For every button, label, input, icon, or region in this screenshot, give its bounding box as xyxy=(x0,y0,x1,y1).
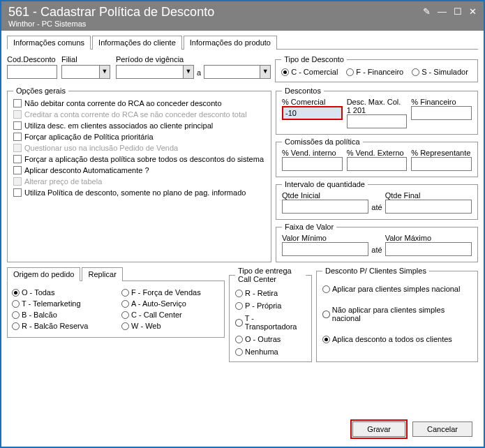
radio-s-simulador[interactable] xyxy=(412,68,419,76)
filial-label: Filial xyxy=(61,55,112,64)
maximize-icon[interactable]: ☐ xyxy=(454,6,462,17)
chk-alterar-preco xyxy=(13,177,22,186)
app-window: 561 - Cadastrar Política de Desconto Win… xyxy=(0,0,485,448)
minimize-icon[interactable]: — xyxy=(438,6,447,17)
vend-interno-input[interactable] xyxy=(282,157,343,171)
chk-aplicar-auto[interactable] xyxy=(13,166,22,174)
tipo-desconto-group: Tipo de Desconto C - Comercial F - Finan… xyxy=(275,55,478,82)
opcoes-gerais-group: Opções gerais Não debitar conta corrente… xyxy=(7,87,271,262)
radio-simples-nao[interactable] xyxy=(322,311,330,318)
chk-nao-debitar[interactable] xyxy=(13,99,22,107)
perc-comercial-input[interactable] xyxy=(282,106,343,120)
tab-informacoes-comuns[interactable]: Informações comuns xyxy=(7,36,91,50)
window-subtitle: Winthor - PC Sistemas xyxy=(8,20,214,28)
periodo-fim-input[interactable] xyxy=(204,65,260,79)
radio-simples-todos[interactable] xyxy=(322,336,330,343)
entrega-legend: Tipo de entrega Call Center xyxy=(235,267,306,283)
tab-informacoes-produto[interactable]: Informações do produto xyxy=(184,36,277,50)
opcoes-legend: Opções gerais xyxy=(13,87,68,95)
valor-minimo-input[interactable] xyxy=(282,242,368,256)
radio-a-auto[interactable] xyxy=(121,300,129,308)
chevron-down-icon[interactable]: ▼ xyxy=(183,65,194,79)
periodo-a-label: a xyxy=(197,68,201,79)
comissoes-group: Comissões da política % Vend. interno % … xyxy=(276,137,478,177)
radio-f-forca[interactable] xyxy=(121,289,129,297)
filial-input[interactable] xyxy=(61,65,99,79)
qtde-final-input[interactable] xyxy=(385,200,472,214)
periodo-inicio-input[interactable] xyxy=(116,65,183,79)
tab-informacoes-cliente[interactable]: Informações do cliente xyxy=(92,36,182,50)
valor-maximo-input[interactable] xyxy=(385,242,472,256)
close-icon[interactable]: ✕ xyxy=(469,6,477,17)
vend-externo-input[interactable] xyxy=(347,157,408,171)
cod-desconto-input[interactable] xyxy=(7,65,57,79)
comissoes-legend: Comissões da política xyxy=(282,137,363,146)
descontos-group: Descontos % Comercial Desc. Max. Col. 1 … xyxy=(276,87,478,135)
entrega-group: Tipo de entrega Call Center R - Retira P… xyxy=(229,267,312,362)
titlebar: 561 - Cadastrar Política de Desconto Win… xyxy=(1,1,484,31)
faixa-group: Faixa de Valor Valor Mínimo até Valor Má… xyxy=(276,223,478,262)
chk-somente-plano[interactable] xyxy=(13,188,22,197)
desc-max-input[interactable] xyxy=(347,114,408,128)
chk-forcar-todos[interactable] xyxy=(13,155,22,163)
chevron-down-icon[interactable]: ▼ xyxy=(99,65,110,79)
chk-utiliza-desc-assoc[interactable] xyxy=(13,121,22,130)
perc-financeiro-input[interactable] xyxy=(411,106,472,120)
descontos-legend: Descontos xyxy=(282,87,324,95)
tipo-desconto-legend: Tipo de Desconto xyxy=(281,55,347,64)
intervalo-group: Intervalo de quantidade Qtde Inicial até… xyxy=(276,180,478,220)
origem-pedido-box: Origem do pedido Replicar O - Todas F - … xyxy=(7,267,225,362)
radio-o-todas[interactable] xyxy=(12,289,20,297)
radio-ent-retira[interactable] xyxy=(235,290,243,297)
cod-desconto-label: Cod.Desconto xyxy=(7,55,57,64)
chevron-down-icon[interactable]: ▼ xyxy=(260,65,271,79)
radio-f-financeiro[interactable] xyxy=(346,68,354,76)
radio-t-telemarketing[interactable] xyxy=(12,300,20,308)
radio-ent-transp[interactable] xyxy=(235,319,243,327)
main-tabbar: Informações comuns Informações do client… xyxy=(7,35,478,50)
radio-r-reserva[interactable] xyxy=(12,322,20,330)
window-title: 561 - Cadastrar Política de Desconto xyxy=(8,5,214,20)
periodo-label: Período de vigência xyxy=(116,55,271,64)
representante-input[interactable] xyxy=(411,157,472,171)
intervalo-legend: Intervalo de quantidade xyxy=(282,180,368,188)
tab-replicar[interactable]: Replicar xyxy=(82,267,122,281)
faixa-legend: Faixa de Valor xyxy=(282,223,336,231)
edit-icon[interactable]: ✎ xyxy=(423,6,431,17)
radio-ent-outras[interactable] xyxy=(235,336,243,343)
radio-c-comercial[interactable] xyxy=(281,68,289,76)
chk-creditar xyxy=(13,110,22,119)
radio-b-balcao[interactable] xyxy=(12,311,20,319)
radio-c-callcenter[interactable] xyxy=(121,311,129,319)
desconto-simples-group: Desconto P/ Clientes Simples Aplicar par… xyxy=(316,267,478,362)
qtde-inicial-input[interactable] xyxy=(282,200,368,214)
chk-forcar-prioritaria[interactable] xyxy=(13,133,22,141)
tab-origem-pedido[interactable]: Origem do pedido xyxy=(7,267,80,281)
radio-simples-aplicar[interactable] xyxy=(322,285,330,293)
gravar-button[interactable]: Gravar xyxy=(352,421,405,437)
simples-legend: Desconto P/ Clientes Simples xyxy=(322,267,429,275)
radio-w-web[interactable] xyxy=(121,322,129,330)
radio-ent-propria[interactable] xyxy=(235,302,243,310)
chk-questionar xyxy=(13,144,22,152)
radio-ent-nenhuma[interactable] xyxy=(235,348,243,356)
cancelar-button[interactable]: Cancelar xyxy=(412,421,472,437)
